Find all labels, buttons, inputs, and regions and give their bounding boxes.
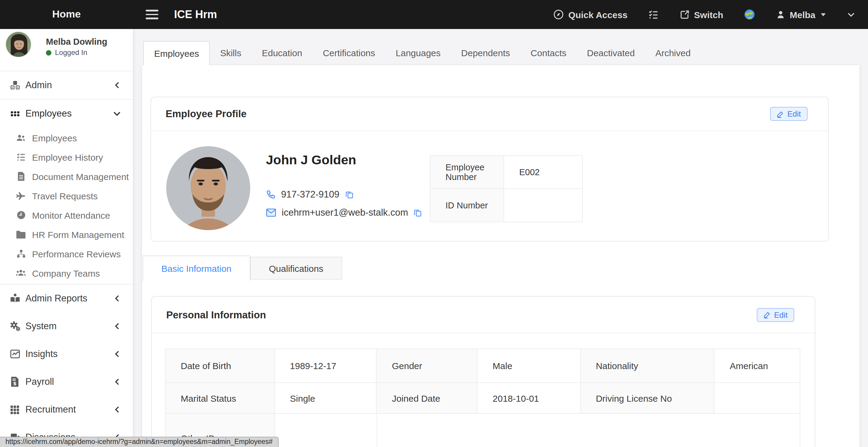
tab-archived[interactable]: Archived [645, 41, 701, 65]
copy-phone-icon[interactable] [345, 190, 353, 199]
users-icon [16, 133, 26, 143]
employee-phone[interactable]: 917-372-9109 [281, 189, 339, 200]
tab-languages[interactable]: Languages [385, 41, 451, 65]
personal-information-table: Date of Birth 1989-12-17 Gender Male Nat… [165, 349, 800, 447]
chart-line-icon [9, 349, 21, 359]
field-value: E002 [504, 156, 582, 188]
sidebar-item-employees-list[interactable]: Employees [0, 128, 133, 148]
tab-employees[interactable]: Employees [143, 41, 210, 65]
tab-qualifications[interactable]: Qualifications [250, 257, 342, 280]
employee-email-row: icehrm+user1@web-stalk.com [266, 207, 422, 218]
employee-phone-row: 917-372-9109 [266, 189, 353, 200]
field-value: 2018-10-01 [477, 383, 581, 413]
sidebar-item-company-teams[interactable]: Company Teams [0, 263, 133, 283]
grid-3x3-icon [9, 405, 21, 415]
personal-information-title: Personal Information [166, 309, 266, 320]
avatar [5, 31, 31, 57]
field-value [715, 383, 800, 413]
invoice-icon: $ [9, 376, 21, 387]
main-content: Employees Skills Education Certification… [133, 29, 868, 447]
tab-basic-information[interactable]: Basic Information [143, 256, 250, 281]
collapse-header-button[interactable] [846, 10, 856, 19]
plane-icon [16, 191, 26, 201]
field-value: Male [477, 349, 581, 382]
sidebar-item-hr-form-management[interactable]: HR Form Management [0, 225, 133, 244]
module-tabs: Employees Skills Education Certification… [143, 41, 701, 65]
sidebar-item-performance-reviews[interactable]: Performance Reviews [0, 244, 133, 263]
field-value: American [715, 349, 800, 382]
home-menu[interactable]: Home [0, 8, 133, 21]
table-row: ID Number [430, 188, 582, 222]
sidebar-item-employee-history[interactable]: Employee History [0, 148, 133, 167]
field-label: Gender [377, 349, 477, 382]
employee-profile-edit-button[interactable]: Edit [770, 107, 808, 121]
chevron-down-icon [113, 109, 121, 118]
detail-tabs: Basic Information Qualifications [143, 256, 342, 281]
field-value [504, 189, 582, 222]
file-icon [16, 171, 26, 181]
field-value [377, 414, 800, 447]
chevron-left-icon [114, 323, 121, 330]
language-button[interactable] [744, 8, 756, 21]
employee-profile-header: Employee Profile Edit [151, 97, 828, 131]
sidebar-profile: Melba Dowling Logged In [0, 29, 133, 71]
sidebar-item-monitor-attendance[interactable]: Monitor Attendance [0, 205, 133, 225]
tab-contacts[interactable]: Contacts [521, 41, 577, 65]
caret-down-icon [821, 13, 826, 16]
gears-icon [9, 321, 21, 331]
sitemap-icon [16, 249, 26, 259]
sidebar-item-admin[interactable]: Admin [0, 71, 133, 100]
quick-access-button[interactable]: Quick Access [553, 9, 628, 20]
chevron-left-icon [114, 295, 121, 302]
sidebar-item-recruitment[interactable]: Recruitment [0, 396, 133, 423]
employee-profile-body: John J Golden 917-372-9109 [151, 131, 828, 242]
chevron-down-icon [846, 10, 856, 19]
book-reader-icon [9, 293, 21, 304]
content-panel: Employee Profile Edit [142, 65, 860, 447]
sidebar-item-document-management[interactable]: Document Management [0, 167, 133, 186]
sidebar: Melba Dowling Logged In Admin [0, 29, 133, 447]
tab-certifications[interactable]: Certifications [312, 41, 385, 65]
sidebar-nav: Admin Employees [0, 71, 133, 447]
field-label: Nationality [581, 349, 714, 382]
sidebar-item-payroll[interactable]: $ Payroll [0, 368, 133, 396]
field-label: Marital Status [166, 383, 275, 413]
chevron-left-icon [114, 378, 121, 385]
list-check-icon [648, 9, 659, 20]
tab-deactivated[interactable]: Deactivated [577, 41, 645, 65]
login-status: Logged In [46, 48, 87, 57]
field-value [275, 414, 377, 447]
topbar: Home ICE Hrm Quick Access [0, 0, 868, 29]
field-label: Employee Number [430, 156, 504, 188]
sidebar-item-employees[interactable]: Employees [0, 100, 133, 127]
personal-information-card: Personal Information Edit Date of Birth … [151, 296, 815, 447]
app-title: ICE Hrm [174, 8, 217, 21]
sidebar-item-admin-reports[interactable]: Admin Reports [0, 285, 133, 312]
phone-icon [266, 190, 276, 199]
link-preview-url: https://icehrm.com/app/demo-icehrm/?g=ad… [5, 438, 273, 445]
sidebar-item-travel-requests[interactable]: Travel Requests [0, 186, 133, 205]
employee-email[interactable]: icehrm+user1@web-stalk.com [282, 207, 408, 218]
cubes-icon [9, 80, 21, 91]
envelope-icon [266, 209, 276, 217]
switch-button[interactable]: Switch [679, 9, 723, 20]
user-menu[interactable]: Melba [776, 9, 826, 20]
hamburger-menu-icon[interactable] [146, 10, 158, 19]
sidebar-item-system[interactable]: System [0, 312, 133, 340]
svg-text:$: $ [13, 381, 16, 386]
tab-education[interactable]: Education [251, 41, 312, 65]
field-value: 1989-12-17 [275, 349, 377, 382]
tab-dependents[interactable]: Dependents [451, 41, 521, 65]
tasks-button[interactable] [648, 9, 659, 20]
folder-icon [16, 230, 26, 239]
field-label: Driving License No [581, 383, 714, 413]
grid-icon [9, 108, 21, 119]
table-row: Date of Birth 1989-12-17 Gender Male Nat… [166, 349, 800, 382]
employee-id-table: Employee Number E002 ID Number [430, 155, 583, 222]
pen-icon [776, 110, 784, 118]
sidebar-item-insights[interactable]: Insights [0, 340, 133, 368]
user-group-icon [16, 268, 26, 278]
tab-skills[interactable]: Skills [210, 41, 251, 65]
copy-email-icon[interactable] [413, 208, 422, 217]
personal-information-edit-button[interactable]: Edit [756, 308, 794, 322]
